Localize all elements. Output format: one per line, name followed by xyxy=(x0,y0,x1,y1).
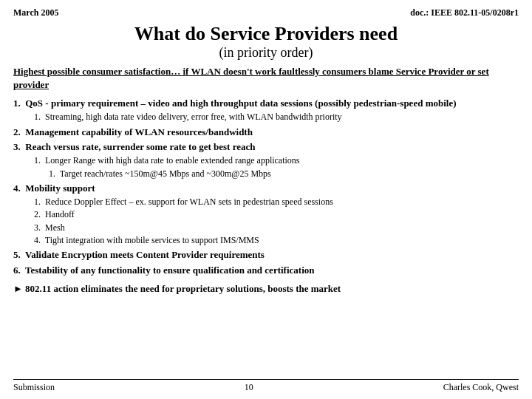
item-4-sub-3: 3. Mesh xyxy=(34,222,519,234)
item-1-num: 1. xyxy=(13,98,25,109)
footer-left: Submission xyxy=(13,382,55,393)
highlight-text: Highest possible consumer satisfaction… … xyxy=(13,65,519,92)
item-4-sub-1: 1. Reduce Doppler Effect – ex. support f… xyxy=(34,196,519,208)
sub-title: (in priority order) xyxy=(13,45,519,61)
item-3-sub-1-sub-1: 1. Target reach/rates ~150m@45 Mbps and … xyxy=(49,168,519,180)
item-3-sub-1: 1. Longer Range with high data rate to e… xyxy=(34,154,519,167)
item-3: 3. Reach versus rate, surrender some rat… xyxy=(13,140,519,180)
item-3-sub-1-sub: 1. Target reach/rates ~150m@45 Mbps and … xyxy=(49,168,519,180)
header-bar: March 2005 doc.: IEEE 802.11-05/0208r1 xyxy=(13,7,519,18)
item-6-label: 6. Testability of any functionality to e… xyxy=(13,265,314,276)
page: March 2005 doc.: IEEE 802.11-05/0208r1 W… xyxy=(0,0,532,399)
item-6: 6. Testability of any functionality to e… xyxy=(13,264,519,278)
item-2-label: 2. Management capability of WLAN resourc… xyxy=(13,126,253,137)
item-1-label: 1. QoS - primary requirement – video and… xyxy=(13,98,457,109)
item-4-sub-2: 2. Handoff xyxy=(34,208,519,221)
main-title: What do Service Providers need xyxy=(13,23,519,45)
item-1: 1. QoS - primary requirement – video and… xyxy=(13,97,519,123)
item-3-subitems: 1. Longer Range with high data rate to e… xyxy=(34,154,519,180)
footer-bar: Submission 10 Charles Cook, Qwest xyxy=(13,379,519,393)
title-block: What do Service Providers need (in prior… xyxy=(13,23,519,61)
item-4-label: 4. Mobility support xyxy=(13,183,95,194)
content: 1. QoS - primary requirement – video and… xyxy=(13,97,519,376)
footer-center: 10 xyxy=(245,382,253,393)
item-1-text: QoS - primary requirement – video and hi… xyxy=(25,98,456,109)
item-4: 4. Mobility support 1. Reduce Doppler Ef… xyxy=(13,182,519,247)
item-2: 2. Management capability of WLAN resourc… xyxy=(13,126,519,140)
item-3-label: 3. Reach versus rate, surrender some rat… xyxy=(13,141,255,152)
item-4-subitems: 1. Reduce Doppler Effect – ex. support f… xyxy=(34,196,519,248)
bottom-highlight: ► 802.11 action eliminates the need for … xyxy=(13,282,519,296)
item-5-label: 5. Validate Encryption meets Content Pro… xyxy=(13,249,265,260)
item-1-subitems: 1. Streaming, high data rate video deliv… xyxy=(34,111,519,123)
header-right: doc.: IEEE 802.11-05/0208r1 xyxy=(410,7,519,18)
footer-right: Charles Cook, Qwest xyxy=(443,382,519,393)
header-left: March 2005 xyxy=(13,7,58,18)
item-4-sub-4: 4. Tight integration with mobile service… xyxy=(34,234,519,247)
item-5: 5. Validate Encryption meets Content Pro… xyxy=(13,248,519,262)
item-1-sub-1: 1. Streaming, high data rate video deliv… xyxy=(34,111,519,123)
